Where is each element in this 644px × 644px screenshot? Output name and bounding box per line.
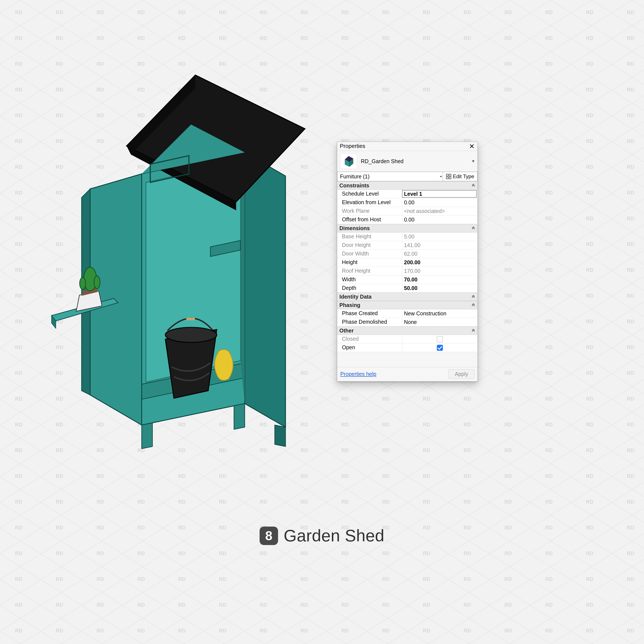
collapse-icon[interactable] — [471, 183, 475, 188]
svg-rect-34 — [449, 177, 451, 179]
edit-type-label: Edit Type — [453, 173, 474, 179]
property-value: 5.00 — [402, 232, 477, 241]
collapse-icon[interactable] — [471, 328, 475, 333]
checkbox-checked[interactable] — [437, 345, 443, 351]
property-label: Height — [337, 258, 402, 267]
close-icon[interactable] — [469, 143, 475, 149]
property-row: Closed — [337, 335, 477, 343]
property-value[interactable]: Level 1 — [402, 190, 477, 197]
group-title: Constraints — [339, 182, 369, 189]
property-value[interactable]: 70.00 — [402, 275, 477, 284]
svg-marker-21 — [234, 404, 245, 429]
group-header[interactable]: Other — [337, 327, 477, 335]
property-row: Elevation from Level0.00 — [337, 198, 477, 207]
property-row: Base Height5.00 — [337, 232, 477, 241]
property-label: Phase Created — [337, 309, 402, 318]
property-row: Open — [337, 343, 477, 352]
panel-title: Properties — [340, 143, 365, 149]
model-viewport — [26, 60, 331, 468]
collapse-icon[interactable] — [471, 226, 475, 231]
property-value: 62.00 — [402, 250, 477, 258]
property-row: Phase CreatedNew Construction — [337, 309, 477, 318]
properties-panel: Properties RD_Garden Shed ▾ Furniture (1… — [337, 142, 478, 381]
property-value: <not associated> — [402, 207, 477, 215]
property-value: 141.00 — [402, 241, 477, 249]
family-name: RD_Garden Shed — [361, 158, 468, 164]
instance-selector[interactable]: Furniture (1) — [337, 172, 443, 181]
property-row: Depth50.00 — [337, 284, 477, 293]
svg-rect-33 — [449, 174, 451, 176]
edit-type-icon — [446, 174, 451, 179]
checkbox[interactable] — [437, 336, 443, 342]
property-label: Closed — [337, 335, 402, 343]
property-value[interactable]: 0.00 — [402, 198, 477, 207]
group-title: Other — [339, 328, 354, 334]
edit-type-button[interactable]: Edit Type — [443, 172, 477, 181]
property-row: Roof Height170.00 — [337, 267, 477, 275]
svg-rect-32 — [446, 177, 448, 179]
property-label: Width — [337, 275, 402, 284]
collapse-icon[interactable] — [471, 303, 475, 308]
property-label: Roof Height — [337, 267, 402, 275]
collapse-icon[interactable] — [471, 294, 475, 299]
property-checkbox-cell[interactable] — [402, 343, 477, 352]
group-header[interactable]: Constraints — [337, 181, 477, 190]
svg-point-16 — [80, 277, 86, 289]
svg-point-17 — [94, 276, 100, 289]
property-label: Door Width — [337, 250, 402, 258]
family-thumbnail-icon — [340, 153, 357, 169]
group-title: Identity Data — [339, 294, 372, 300]
caption-label: Garden Shed — [284, 526, 384, 545]
property-value: 170.00 — [402, 267, 477, 275]
svg-marker-22 — [275, 425, 286, 447]
caption: 8 Garden Shed — [260, 526, 384, 545]
group-header[interactable]: Dimensions — [337, 224, 477, 232]
property-row: Door Height141.00 — [337, 241, 477, 250]
svg-point-19 — [165, 327, 217, 342]
property-value: New Construction — [402, 309, 477, 318]
property-row: Work Plane<not associated> — [337, 207, 477, 216]
property-label: Door Height — [337, 241, 402, 249]
properties-help-link[interactable]: Properties help — [340, 371, 376, 377]
caption-index-badge: 8 — [260, 527, 278, 545]
panel-titlebar[interactable]: Properties — [337, 142, 477, 151]
family-header[interactable]: RD_Garden Shed ▾ — [337, 151, 477, 172]
svg-marker-20 — [142, 423, 152, 449]
property-label: Depth — [337, 284, 402, 292]
property-row: Height200.00 — [337, 258, 477, 267]
property-label: Schedule Level — [337, 190, 402, 198]
property-label: Open — [337, 343, 402, 352]
property-value[interactable]: 200.00 — [402, 258, 477, 267]
property-label: Elevation from Level — [337, 198, 402, 207]
property-row: Offset from Host0.00 — [337, 216, 477, 224]
property-label: Offset from Host — [337, 216, 402, 224]
property-row: Door Width62.00 — [337, 250, 477, 258]
property-label: Phase Demolished — [337, 318, 402, 326]
svg-rect-31 — [446, 174, 448, 176]
svg-rect-18 — [186, 318, 195, 320]
group-header[interactable]: Phasing — [337, 301, 477, 309]
svg-marker-3 — [245, 152, 286, 427]
property-row: Width70.00 — [337, 275, 477, 284]
property-row: Phase DemolishedNone — [337, 318, 477, 327]
apply-button[interactable]: Apply — [448, 369, 474, 379]
group-header[interactable]: Identity Data — [337, 293, 477, 301]
group-title: Phasing — [339, 302, 360, 308]
property-value[interactable]: 0.00 — [402, 216, 477, 224]
property-label: Base Height — [337, 232, 402, 241]
property-row: Schedule LevelLevel 1 — [337, 190, 477, 198]
group-title: Dimensions — [339, 225, 370, 231]
dropdown-caret-icon[interactable]: ▾ — [472, 158, 474, 164]
property-value: None — [402, 318, 477, 326]
panel-spacer — [337, 352, 477, 367]
property-value[interactable]: 50.00 — [402, 284, 477, 292]
property-label: Work Plane — [337, 207, 402, 215]
property-checkbox-cell[interactable] — [402, 335, 477, 343]
